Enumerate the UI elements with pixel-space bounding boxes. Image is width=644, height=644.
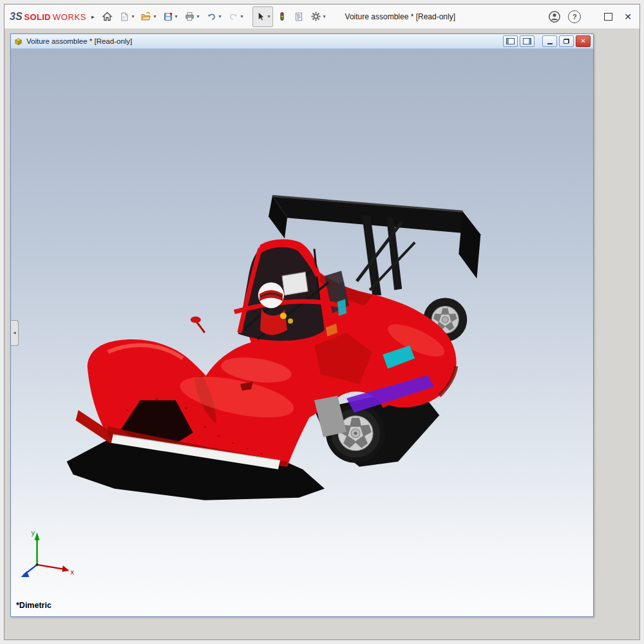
assembly-document-icon — [14, 37, 23, 46]
solidworks-window: 3S SOLID WORKS ▸ ▾ ▾ — [4, 4, 640, 640]
rebuild-button[interactable] — [274, 6, 290, 27]
home-button[interactable] — [99, 6, 115, 27]
brand-works: WORKS — [53, 12, 86, 22]
file-properties-button[interactable] — [291, 6, 307, 27]
doc-restore-button[interactable] — [559, 35, 574, 47]
doc-minimize-button[interactable] — [542, 35, 557, 47]
print-dropdown-icon[interactable]: ▾ — [197, 14, 200, 19]
document-window: Voiture assomblee * [Read-only] ✕ — [10, 33, 594, 617]
help-glyph: ? — [573, 13, 577, 21]
mdi-area: Voiture assomblee * [Read-only] ✕ — [5, 29, 639, 639]
restore-icon — [564, 39, 569, 44]
redo-button[interactable]: ▾ — [225, 6, 246, 27]
open-button[interactable]: ▾ — [138, 6, 158, 27]
undo-dropdown-icon[interactable]: ▾ — [219, 14, 222, 19]
panel-collapse-tab[interactable]: ◂ — [11, 320, 19, 346]
maximize-button[interactable] — [604, 13, 612, 21]
options-dropdown-icon[interactable]: ▾ — [323, 14, 326, 19]
document-title: Voiture assomblee * [Read-only] — [26, 37, 132, 45]
window-title: Voiture assomblee * [Read-only] — [345, 12, 455, 21]
document-window-buttons: ✕ — [503, 35, 591, 47]
brand-3ds-glyph: 3S — [10, 11, 23, 23]
solidworks-logo: 3S SOLID WORKS — [10, 11, 86, 23]
undo-button[interactable]: ▾ — [204, 6, 224, 27]
new-document-button[interactable]: ▾ — [117, 6, 137, 27]
minimize-icon — [547, 43, 553, 44]
screen: 3S SOLID WORKS ▸ ▾ ▾ — [0, 0, 644, 644]
pane-right-icon — [523, 38, 531, 44]
print-icon — [184, 11, 195, 22]
user-account-icon[interactable] — [547, 10, 562, 24]
triad-y-label: y — [32, 529, 35, 536]
triad-x-label: x — [71, 568, 75, 576]
close-button[interactable]: ✕ — [624, 12, 632, 21]
toolbar-flyout-icon[interactable]: ▸ — [91, 14, 95, 20]
rebuild-traffic-light-icon — [277, 11, 287, 22]
doc-close-button[interactable]: ✕ — [576, 35, 591, 47]
window-controls: ✕ — [604, 12, 634, 21]
new-dropdown-icon[interactable]: ▾ — [131, 14, 134, 19]
view-orientation-label: *Dimetric — [16, 601, 52, 610]
main-toolbar: 3S SOLID WORKS ▸ ▾ ▾ — [5, 5, 639, 29]
save-dropdown-icon[interactable]: ▾ — [175, 14, 178, 19]
redo-dropdown-icon[interactable]: ▾ — [241, 14, 243, 19]
orientation-triad: y x — [21, 529, 75, 577]
select-tool-button[interactable]: ▾ — [252, 6, 273, 27]
save-icon — [163, 12, 173, 22]
collapse-chevron-icon: ◂ — [13, 330, 15, 336]
undo-icon — [206, 11, 217, 22]
document-titlebar[interactable]: Voiture assomblee * [Read-only] ✕ — [11, 34, 593, 49]
pane-toggle-left-button[interactable] — [503, 35, 518, 47]
new-document-icon — [119, 12, 129, 22]
open-dropdown-icon[interactable]: ▾ — [153, 14, 156, 19]
brand-solid: SOLID — [24, 12, 51, 22]
redo-icon — [228, 11, 239, 22]
graphics-viewport[interactable]: y x ◂ *Dimetric — [11, 49, 593, 616]
help-icon[interactable]: ? — [568, 10, 581, 23]
home-icon — [102, 11, 113, 22]
select-dropdown-icon[interactable]: ▾ — [268, 14, 270, 19]
options-gear-icon — [310, 11, 321, 22]
pane-toggle-right-button[interactable] — [520, 35, 535, 47]
doc-close-icon: ✕ — [580, 38, 585, 44]
select-cursor-icon — [255, 11, 266, 22]
print-button[interactable]: ▾ — [182, 6, 202, 27]
file-properties-icon — [294, 12, 304, 22]
3d-viewport-scene[interactable]: y x — [11, 49, 593, 616]
save-button[interactable]: ▾ — [160, 6, 180, 27]
open-folder-icon — [140, 11, 151, 22]
pane-left-icon — [506, 38, 515, 44]
titlebar-right: ? ✕ — [547, 10, 634, 24]
options-button[interactable]: ▾ — [308, 6, 328, 27]
